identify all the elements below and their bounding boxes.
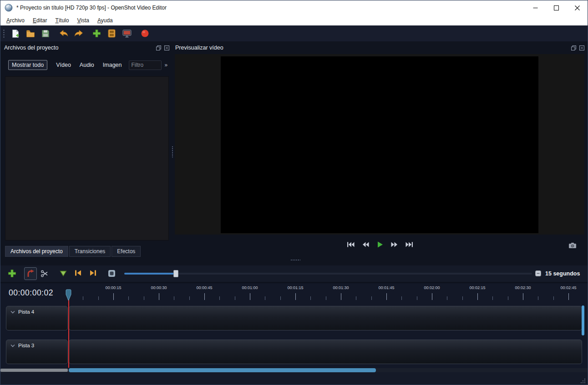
project-files-list[interactable]: [5, 76, 169, 240]
ruler-tick: [174, 296, 174, 300]
filter-input[interactable]: [129, 60, 162, 70]
ruler-tick: [113, 293, 114, 300]
ruler-label: 00:02:30: [515, 285, 531, 290]
vertical-splitter-handle[interactable]: [172, 146, 173, 158]
new-project-button[interactable]: [9, 27, 21, 40]
filter-video[interactable]: Vídeo: [56, 62, 71, 68]
window-title: * Proyecto sin título [HD 720p 30 fps] -…: [16, 5, 167, 11]
resize-grip[interactable]: [580, 378, 586, 384]
openshot-logo-icon: [5, 4, 13, 12]
redo-button[interactable]: [72, 27, 85, 40]
previous-marker-button[interactable]: [75, 270, 81, 276]
save-project-button[interactable]: [39, 27, 51, 40]
fast-forward-button[interactable]: [391, 242, 398, 247]
zoom-slider-handle[interactable]: [173, 270, 178, 277]
timeline-scroll-thumb[interactable]: [69, 368, 376, 372]
ruler-label: 00:00:15: [105, 285, 121, 290]
filter-buttons: Mostrar todoVídeoAudioImagen: [8, 60, 122, 70]
filter-imagen[interactable]: Imagen: [103, 62, 122, 68]
menu-editar[interactable]: Editar: [29, 16, 51, 25]
transport-controls: [173, 241, 587, 248]
ruler-tick: [144, 296, 144, 300]
dock-tabs: Archivos del proyectoTransicionesEfectos: [5, 246, 141, 257]
track-header-pista-3[interactable]: Pista 3: [6, 340, 68, 364]
export-video-button[interactable]: [121, 27, 133, 40]
zoom-scale-icon[interactable]: [535, 270, 541, 276]
track-name: Pista 3: [18, 343, 34, 348]
choose-profile-button[interactable]: [106, 27, 118, 40]
toolbar-grip[interactable]: [3, 29, 5, 38]
menu-archivo[interactable]: Archivo: [2, 16, 29, 25]
timeline-toolbar: 15 segundos: [0, 265, 588, 282]
track-collapse-icon[interactable]: [10, 310, 15, 314]
ruler-tick: [235, 296, 235, 300]
razor-tool-button[interactable]: [41, 270, 49, 278]
ruler-label: 00:00:45: [196, 285, 212, 290]
titlebar: * Proyecto sin título [HD 720p 30 fps] -…: [0, 0, 588, 15]
menu-titulo[interactable]: Título: [51, 16, 73, 25]
jump-start-button[interactable]: [347, 242, 355, 247]
open-project-button[interactable]: [24, 27, 36, 40]
maximize-button[interactable]: [546, 0, 567, 15]
ruler-tick: [250, 293, 250, 300]
ruler-tick: [568, 293, 569, 300]
project-files-header: Archivos del proyecto: [2, 42, 172, 53]
timeline-ruler[interactable]: 00:00:00:02 00:00:1500:00:3000:00:4500:0…: [0, 283, 588, 304]
ruler-label: 00:01:00: [242, 285, 258, 290]
ruler-label: 00:02:45: [560, 285, 576, 290]
record-button[interactable]: [139, 27, 151, 40]
filter-mostrar-todo[interactable]: Mostrar todo: [8, 60, 47, 70]
zoom-slider[interactable]: [124, 273, 532, 275]
tab-efectos[interactable]: Efectos: [112, 246, 141, 257]
undo-button[interactable]: [57, 27, 70, 40]
ruler-label: 00:00:30: [151, 285, 167, 290]
tab-archivos-del-proyecto[interactable]: Archivos del proyecto: [5, 246, 68, 257]
tab-transiciones[interactable]: Transiciones: [69, 246, 111, 257]
zoom-scale-label[interactable]: 15 segundos: [545, 265, 580, 282]
window-controls: [525, 0, 588, 15]
timeline-horizontal-scrollbar[interactable]: [0, 368, 588, 372]
ruler-tick: [98, 296, 99, 300]
openshot-window: * Proyecto sin título [HD 720p 30 fps] -…: [0, 0, 588, 385]
menu-vista[interactable]: Vista: [73, 16, 93, 25]
track-lane-pista-4[interactable]: [69, 306, 582, 330]
horizontal-splitter-handle[interactable]: [290, 259, 300, 261]
minimize-button[interactable]: [525, 0, 546, 15]
jump-end-button[interactable]: [406, 242, 413, 247]
track-header-pista-4[interactable]: Pista 4: [6, 306, 68, 330]
ruler-tick: [128, 296, 129, 300]
track-collapse-icon[interactable]: [10, 344, 15, 347]
more-filters-icon[interactable]: »: [165, 62, 168, 68]
float-panel-icon[interactable]: [156, 45, 162, 51]
ruler-tick: [462, 296, 463, 300]
menu-ayuda[interactable]: Ayuda: [93, 16, 117, 25]
add-marker-button[interactable]: [60, 270, 67, 276]
next-marker-button[interactable]: [90, 270, 96, 276]
playhead-marker[interactable]: [66, 289, 71, 301]
close-button[interactable]: [567, 0, 588, 15]
import-files-button[interactable]: [91, 27, 103, 40]
center-playhead-button[interactable]: [108, 270, 116, 277]
rewind-button[interactable]: [362, 242, 369, 247]
play-button[interactable]: [377, 241, 383, 248]
close-panel-icon[interactable]: [164, 45, 170, 51]
float-preview-icon[interactable]: [571, 45, 577, 51]
filter-audio[interactable]: Audio: [80, 62, 94, 68]
snapshot-camera-icon[interactable]: [568, 242, 577, 249]
ruler-tick: [356, 296, 356, 300]
main-toolbar: [0, 25, 588, 41]
add-track-button[interactable]: [8, 269, 16, 278]
track-lane-pista-3[interactable]: [69, 340, 582, 364]
ruler-tick: [538, 296, 538, 300]
tracks-vertical-scrollbar[interactable]: [582, 305, 584, 335]
snapping-toggle-button[interactable]: [24, 267, 37, 280]
ruler-label: 00:02:15: [469, 285, 485, 290]
ruler-tick: [371, 296, 372, 300]
ruler-label: 00:01:15: [287, 285, 303, 290]
video-frame: [221, 56, 538, 233]
menubar: ArchivoEditarTítuloVistaAyuda: [0, 15, 588, 25]
ruler-tick: [477, 293, 478, 300]
close-preview-icon[interactable]: [579, 45, 585, 51]
ruler-tick: [417, 296, 417, 300]
video-preview-panel: Previsualizar vídeo: [173, 42, 587, 260]
